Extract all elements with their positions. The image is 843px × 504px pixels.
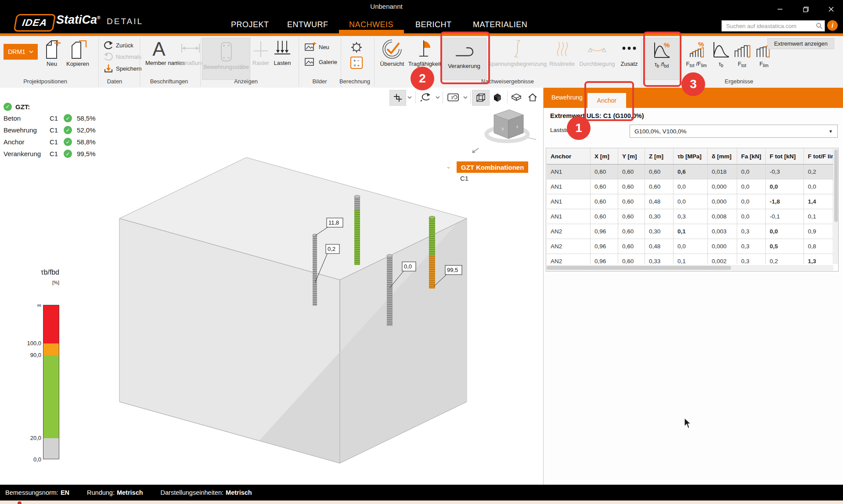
combination-item[interactable]: C1 [460,175,468,182]
deflection-button[interactable]: Durchbiegung [578,39,616,67]
load-step-dropdown[interactable]: G100,0%, V100,0% ▼ [630,125,838,138]
check-circle-icon: ✓ [64,150,72,158]
table-cell: 0,3 [674,209,708,224]
info-button[interactable]: i [827,20,838,31]
concrete-block [119,157,467,463]
check-circle-icon: ✓ [4,103,12,111]
table-cell: 0,60 [591,194,618,209]
extra-results-button[interactable]: Zusatz [618,39,640,67]
tab-anchor[interactable]: Anchor [587,93,626,108]
anchorage-check-button[interactable]: Verankerung [442,38,486,80]
gallery-button[interactable]: Galerie [305,57,337,67]
table-cell: 0,60 [591,209,618,224]
solid-cube-button[interactable] [490,90,505,105]
column-header[interactable]: F tot/F lim [804,149,833,164]
search-input[interactable] [725,22,816,30]
table-row[interactable]: AN20,960,600,480,00,0000,30,50,8 [547,239,833,254]
crop-view-dropdown[interactable] [406,90,413,105]
view-3d-button[interactable]: 3 [445,90,461,105]
new-image-button[interactable]: Neu [305,42,329,52]
result-button-ftot[interactable]: Ftot [731,38,753,79]
color-scale [43,305,59,459]
chevron-down-icon [407,96,412,99]
menu-item-entwurf[interactable]: ENTWURF [287,20,328,29]
overview-check-button[interactable]: Übersicht [378,39,406,67]
menu-item-projekt[interactable]: PROJEKT [231,20,269,29]
curve-icon [711,40,731,60]
ribbon-group-label: Nachweisergebnisse [481,78,534,85]
chevron-down-icon[interactable]: ⌄ [446,163,451,170]
table-vscrollbar[interactable] [834,149,838,264]
gzt-row-beton: BetonC1✓58,5% [4,112,103,124]
table-row[interactable]: AN20,960,600,300,10,0030,30,00,9 [547,224,833,239]
table-row[interactable]: AN10,600,600,600,00,0000,00,00,0 [547,179,833,194]
column-header[interactable]: Anchor [547,149,591,164]
crop-view-button[interactable] [389,90,406,106]
stress-limit-button[interactable]: Spannungsbegrenzung [487,39,547,67]
wireframe-cube-button[interactable] [472,90,490,106]
crack-width-button[interactable]: Rissbreite [548,39,576,67]
rebar-display-button[interactable]: Bewehrungsstäbe [202,38,250,80]
column-header[interactable]: δ [mm] [708,149,737,164]
table-cell: 0,3 [737,224,766,239]
table-row[interactable]: AN20,960,600,330,10,0020,30,21,3 [547,254,833,264]
column-header[interactable]: F tot [kN] [766,149,804,164]
new-button[interactable]: Neu [40,39,63,67]
column-header[interactable]: Z [m] [645,149,674,164]
table-row[interactable]: AN10,600,600,600,60,0180,0-0,30,2 [547,164,833,179]
calculator-button[interactable]: + −× ÷ [350,56,363,69]
member-names-button[interactable]: A Member names [145,39,173,66]
table-row[interactable]: AN10,600,600,300,30,0080,0-0,10,1 [547,209,833,224]
column-header[interactable]: Fa [kN] [737,149,766,164]
copy-button[interactable]: Kopieren [64,39,91,67]
close-icon [829,7,834,12]
rotate-view-button[interactable] [417,90,434,105]
menu-item-materialien[interactable]: MATERIALIEN [473,20,527,29]
restore-button[interactable] [799,4,812,14]
menu-item-bericht[interactable]: BERICHT [415,20,452,29]
minimize-button[interactable] [774,4,787,14]
table-cell: 0,96 [591,254,618,264]
viewport-3d[interactable]: y z 11,8 [0,88,543,485]
loads-display-button[interactable]: Lasten [271,39,293,66]
table-cell: 0,30 [645,209,674,224]
search-icon[interactable] [816,22,823,29]
menu-item-nachweis[interactable]: NACHWEIS [349,20,393,29]
home-view-button[interactable] [525,90,540,105]
capacity-icon [415,39,434,60]
table-hscrollbar[interactable] [547,265,833,271]
table-cell: 0,60 [591,164,618,179]
redo-button[interactable]: Nochmals [104,53,141,61]
status-item: Darstellungseinheiten:Metrisch [161,489,252,496]
result-button-bfbd[interactable]: %τb /fbd [645,38,679,80]
section-clip-button[interactable] [508,90,524,105]
table-row[interactable]: AN10,600,600,480,00,0000,0-1,81,4 [547,194,833,209]
table-cell: 0,60 [618,224,645,239]
tab-bewehrung[interactable]: Bewehrung [551,94,583,101]
capacity-check-button[interactable]: Tragfähigkeit [407,39,442,67]
combination-badge[interactable]: GZT Kombinationen [457,161,528,173]
chevron-down-icon [29,50,33,54]
calculation-settings-button[interactable] [349,40,364,54]
close-button[interactable] [825,4,838,14]
save-button[interactable]: Speichern [104,64,142,73]
check-circle-icon: ✓ [64,126,72,134]
column-header[interactable]: X [m] [591,149,618,164]
grid-display-button[interactable]: Raster [251,39,270,66]
anchor-value-flag: 11,8 [328,219,339,226]
project-item-dropdown[interactable]: DRM1 [4,44,38,60]
rotate-view-dropdown[interactable] [434,90,441,105]
column-header[interactable]: τb [MPa] [674,149,708,164]
result-button-b[interactable]: τb [711,38,731,79]
table-cell: 0,002 [708,254,737,264]
column-header[interactable]: Y [m] [618,149,645,164]
table-cell: -1,8 [766,194,804,209]
restore-icon [803,7,809,12]
show-extreme-button[interactable]: Extremwert anzeigen [767,38,834,49]
table-cell: AN1 [547,164,591,179]
view-3d-dropdown[interactable] [462,90,469,105]
navigation-cube[interactable]: y z [472,110,536,153]
result-button-ftotflim[interactable]: %Ftot /Flim [679,38,714,79]
search-box[interactable] [721,20,825,32]
undo-button[interactable]: Zurück [104,41,133,49]
